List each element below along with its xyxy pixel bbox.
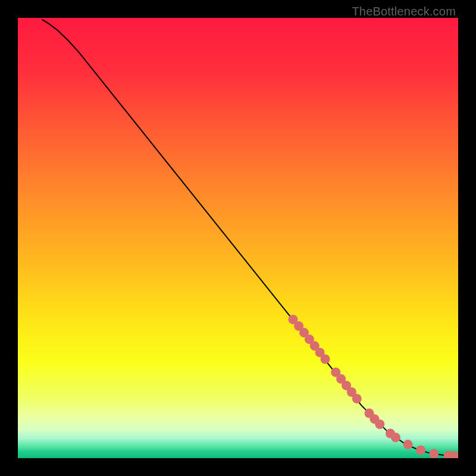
chart-plot-area (18, 18, 458, 458)
marker-point (403, 440, 413, 449)
marker-point (352, 394, 362, 403)
chart-svg (18, 18, 458, 458)
marker-point (391, 433, 400, 442)
marker-point (429, 449, 439, 458)
attribution-text: TheBottleneck.com (352, 5, 456, 18)
marker-point (321, 355, 330, 364)
marker-point (416, 446, 425, 455)
gradient-background (18, 18, 458, 458)
marker-point (375, 419, 384, 429)
